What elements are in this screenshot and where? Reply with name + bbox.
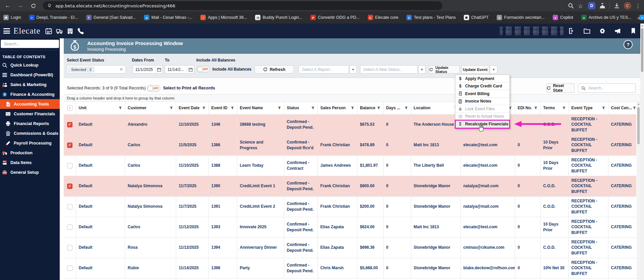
page-vertical-scrollbar[interactable]: ▲ xyxy=(640,24,644,280)
bookmark-icon[interactable] xyxy=(630,28,637,34)
select-all-header[interactable]: − xyxy=(64,102,76,114)
page-scroll-up-icon[interactable]: ▲ xyxy=(640,24,644,28)
date-to-input[interactable]: 11/14/2... xyxy=(165,65,194,74)
update-event-button[interactable]: Update Event xyxy=(461,65,489,74)
report-select-chevron-icon[interactable]: ▼ xyxy=(349,65,357,74)
column-header-location[interactable]: Location xyxy=(411,102,460,114)
print-all-toggle[interactable]: OFF xyxy=(147,85,160,92)
bookmark-item[interactable]: CTest plans - Test Plans xyxy=(406,15,456,20)
sidebar-item-payroll-processing[interactable]: Payroll Processing xyxy=(0,138,60,148)
filter-funnel-icon[interactable] xyxy=(562,106,566,110)
row-select-cell[interactable] xyxy=(64,237,76,258)
row-select-cell[interactable] xyxy=(64,258,76,278)
address-bar[interactable]: app.beta.elecate.net/AccountingInvoicePr… xyxy=(43,1,442,10)
row-checkbox-unchecked[interactable] xyxy=(67,245,72,250)
elecate-logo[interactable]: Elecate xyxy=(13,26,41,36)
reload-icon[interactable] xyxy=(28,1,38,11)
bookmark-item[interactable]: ◔Apps | Microsoft 36... xyxy=(200,15,247,20)
bookmark-item[interactable]: PConvertir ODG a PD... xyxy=(310,15,359,20)
row-checkbox-unchecked[interactable] xyxy=(67,204,72,209)
megaphone-icon[interactable] xyxy=(614,28,621,34)
bookmark-item[interactable]: xArchivo de US y TES... xyxy=(581,15,632,20)
help-button[interactable]: ? xyxy=(624,40,633,49)
download-icon[interactable] xyxy=(614,3,620,9)
table-row[interactable]: DefaultRubie11/14/20251398PartyConfirmed… xyxy=(64,258,636,278)
venue-building-icon[interactable] xyxy=(67,28,73,34)
bookmark-item[interactable]: ≈ELGENERO xyxy=(639,15,644,20)
column-header-unit[interactable]: Unit xyxy=(76,102,125,114)
bookmark-item[interactable]: ☘Login xyxy=(3,15,21,20)
column-header-balance[interactable]: Balance xyxy=(357,102,383,114)
date-from-input[interactable]: 11/1/2025 xyxy=(133,65,163,74)
refresh-button[interactable]: Refresh xyxy=(254,65,294,74)
sidebar-item-commissions-goals[interactable]: Commissions & Goals xyxy=(0,128,60,138)
grid-vertical-scrollbar[interactable]: ▲ xyxy=(637,102,640,280)
filter-funnel-icon[interactable] xyxy=(377,106,381,110)
menu-item-invoice-notes[interactable]: Invoice Notes xyxy=(455,98,509,106)
bookmark-item[interactable]: CElecate core xyxy=(368,15,398,20)
filter-funnel-icon[interactable] xyxy=(633,106,636,110)
sidebar-item-quick-lookup[interactable]: Quick Lookup xyxy=(0,60,60,70)
bookmark-item[interactable]: SFormación secretari... xyxy=(497,15,545,20)
forward-icon[interactable]: → xyxy=(15,1,26,11)
filter-funnel-icon[interactable] xyxy=(231,106,234,110)
filter-funnel-icon[interactable] xyxy=(351,106,354,110)
zoom-search-icon[interactable] xyxy=(568,3,574,9)
sidebar-item-general-setup[interactable]: General Setup xyxy=(0,167,60,177)
row-select-cell[interactable]: ✓ xyxy=(64,176,76,196)
calendar-from-icon[interactable] xyxy=(155,66,162,73)
back-icon[interactable]: ← xyxy=(3,1,13,11)
row-select-cell[interactable]: ✓ xyxy=(64,114,76,135)
menu-item-charge-credit-card[interactable]: $Charge Credit Card xyxy=(455,83,509,90)
column-header-edi-no-[interactable]: EDI No. xyxy=(515,102,540,114)
sidebar-item-financial-reports[interactable]: Financial Reports xyxy=(0,119,60,128)
scroll-up-icon[interactable]: ▲ xyxy=(637,102,640,106)
sidebar-item-production[interactable]: Production xyxy=(0,148,60,158)
table-row[interactable]: DefaultCarlos11/10/20251388Learn TodayCo… xyxy=(64,155,636,176)
row-checkbox-checked[interactable]: ✓ xyxy=(67,122,72,127)
sidebar-item-data-items[interactable]: Data Items xyxy=(0,158,60,167)
calendar-to-icon[interactable] xyxy=(187,66,194,73)
column-header-event-id[interactable]: Event ID xyxy=(208,102,237,114)
new-status-select[interactable]: Select A New Status... xyxy=(360,65,418,74)
reset-state-button[interactable]: Reset State xyxy=(546,83,575,93)
sidebar-item-sales-marketing[interactable]: Sales & Marketing xyxy=(0,80,60,89)
filter-funnel-icon[interactable] xyxy=(202,106,206,110)
row-checkbox-unchecked[interactable] xyxy=(67,266,72,271)
avatar[interactable]: C xyxy=(624,2,631,9)
folder-icon[interactable] xyxy=(584,28,590,34)
filter-funnel-icon[interactable] xyxy=(404,106,408,110)
bookmark-item[interactable]: ✺ChatGPT xyxy=(464,15,489,20)
event-status-select[interactable]: Selected : 3 ✕ xyxy=(67,65,126,74)
menu-item-lock-event-files[interactable]: Lock Event Files xyxy=(455,105,509,113)
row-select-cell[interactable] xyxy=(64,196,76,217)
new-status-select-chevron-icon[interactable]: ▼ xyxy=(418,65,426,74)
kebab-menu-icon[interactable]: ⋮ xyxy=(635,3,641,9)
select-all-checkbox[interactable]: − xyxy=(67,105,72,111)
menu-item-reset-to-actual-hours[interactable]: Reset to Actual Hours xyxy=(455,113,509,121)
column-header-event-date[interactable]: Event Date xyxy=(176,102,208,114)
bookmarks-overflow-chevron[interactable]: » xyxy=(637,15,640,21)
column-header-event-type[interactable]: Event Type xyxy=(568,102,608,114)
table-row[interactable]: ✓DefaultNatalya Simonova11/7/20251390Cre… xyxy=(64,176,636,196)
column-header-sales-person[interactable]: Sales Person xyxy=(317,102,357,114)
hamburger-icon[interactable] xyxy=(3,28,10,34)
row-checkbox-unchecked[interactable] xyxy=(67,225,72,230)
column-header-status[interactable]: Status xyxy=(284,102,317,114)
clear-status-icon[interactable]: ✕ xyxy=(119,67,123,72)
filter-funnel-icon[interactable] xyxy=(602,106,605,110)
menu-item-apply-payment[interactable]: $Apply Payment xyxy=(455,75,509,83)
update-event-chevron-icon[interactable]: ▼ xyxy=(490,65,497,74)
sidebar-item-finance-accounting[interactable]: $Finance & Accounting xyxy=(0,89,60,99)
column-header-days-[interactable]: Days ... xyxy=(383,102,411,114)
filter-funnel-icon[interactable] xyxy=(311,106,315,110)
phone-icon[interactable] xyxy=(78,28,84,34)
sidebar-item-dashboard-powerbi-[interactable]: Dashboard (PowerBI) xyxy=(0,70,60,80)
bookmark-item[interactable]: TGeneral (San Salvad... xyxy=(86,15,136,20)
row-select-cell[interactable] xyxy=(64,155,76,176)
filter-funnel-icon[interactable] xyxy=(278,106,281,110)
delivery-truck-icon[interactable] xyxy=(56,28,63,34)
grid-scrollbar-thumb[interactable] xyxy=(637,107,640,144)
table-row[interactable]: DefaultRosa11/12/20251394Anniversary Din… xyxy=(64,237,636,258)
sidebar-search-input[interactable]: Search... xyxy=(1,40,59,48)
